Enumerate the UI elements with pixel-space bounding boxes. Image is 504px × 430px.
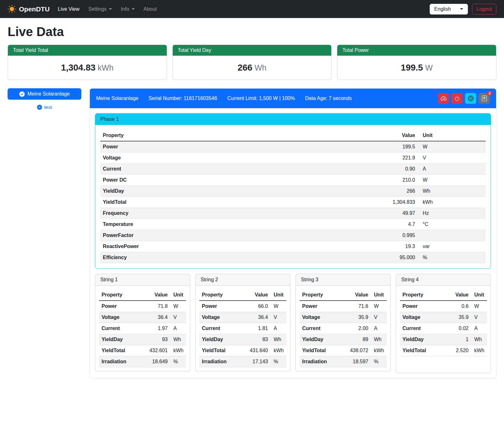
table-row: Irradiation 18.649 % <box>99 356 186 367</box>
table-row: Current 1.81 A <box>199 323 286 334</box>
table-row: Power DC 210.0 W <box>100 175 486 186</box>
table-row: Power 66.0 W <box>199 301 286 312</box>
row-property: Current <box>400 323 443 334</box>
row-property: Voltage <box>199 312 239 323</box>
table-row: YieldDay 83 Wh <box>199 334 286 345</box>
stat-card-unit: W <box>425 63 433 72</box>
row-unit: % <box>418 252 486 263</box>
stat-card-total-yield-total: Total Yield Total 1,304.83kWh <box>8 45 167 80</box>
row-property: Voltage <box>400 312 443 323</box>
row-unit: V <box>170 312 186 323</box>
table-row: PowerFactor 0.995 <box>100 230 486 241</box>
row-unit: Wh <box>371 334 387 345</box>
inverter-actions: 2 <box>438 93 490 104</box>
row-unit: V <box>271 312 286 323</box>
row-value: 19.3 <box>290 241 418 252</box>
cpu-icon <box>468 96 474 101</box>
row-property: Voltage <box>99 312 139 323</box>
column-header-unit: Unit <box>371 290 387 301</box>
row-unit: °C <box>418 219 486 230</box>
row-unit: A <box>418 164 486 175</box>
page-content: Live Data Total Yield Total 1,304.83kWh … <box>0 25 504 385</box>
row-value: 89 <box>339 334 371 345</box>
stat-card-unit: Wh <box>255 63 267 72</box>
row-property: Current <box>100 164 290 175</box>
inverter-name: Meine Solaranlage <box>96 96 138 101</box>
chevron-down-icon <box>460 8 463 10</box>
limit-settings-button[interactable] <box>438 93 449 104</box>
row-value: 210.0 <box>290 175 418 186</box>
table-row: Temperature 4.7 °C <box>100 219 486 230</box>
stat-card-total-power: Total Power 199.5W <box>337 45 496 80</box>
table-row: Irradiation 18.597 % <box>300 356 387 367</box>
row-property: Current <box>300 323 339 334</box>
row-value: 49.97 <box>290 208 418 219</box>
row-value: 0.90 <box>290 164 418 175</box>
table-row: Voltage 35.9 V <box>300 312 387 323</box>
sun-icon <box>8 5 16 13</box>
table-row: Current 0.90 A <box>100 164 486 175</box>
inverter-limit: Current Limit: 1,500 W | 100% <box>227 96 295 101</box>
x-circle-icon <box>37 105 42 110</box>
row-value: 1 <box>443 334 471 345</box>
navbar: OpenDTU Live View Settings Info About En… <box>0 0 504 18</box>
nav-item-about[interactable]: About <box>139 4 161 15</box>
column-header-unit: Unit <box>471 290 487 301</box>
content-row: Meine Solaranlage test Meine Solaranlage… <box>8 88 496 378</box>
inverter-select-button[interactable]: Meine Solaranlage <box>8 88 81 100</box>
row-property: Power <box>99 301 139 312</box>
event-log-button[interactable]: 2 <box>479 93 490 104</box>
inverter-serial: Serial Number: 116171603546 <box>148 96 217 101</box>
row-value: 71.6 <box>339 301 371 312</box>
row-value: 266 <box>290 186 418 197</box>
inverter-panel: Meine Solaranlage Serial Number: 1161716… <box>90 88 496 378</box>
row-property: YieldTotal <box>99 345 139 356</box>
brand-link[interactable]: OpenDTU <box>8 5 50 13</box>
row-value: 18.597 <box>339 356 371 367</box>
event-count-badge: 2 <box>487 91 492 96</box>
table-row: Voltage 221.9 V <box>100 153 486 164</box>
row-value: 432.601 <box>139 345 170 356</box>
column-header-property: Property <box>199 290 239 301</box>
nav-item-settings[interactable]: Settings <box>84 4 116 15</box>
table-row: Voltage 36.4 V <box>199 312 286 323</box>
row-property: YieldTotal <box>400 345 443 356</box>
stat-card-value: 199.5 <box>401 63 423 72</box>
row-value: 17.143 <box>239 356 271 367</box>
table-row: YieldDay 266 Wh <box>100 186 486 197</box>
language-select[interactable]: English <box>430 4 468 15</box>
table-row: YieldTotal 1,304.833 kWh <box>100 197 486 208</box>
row-property: YieldDay <box>400 334 443 345</box>
test-inverter-link[interactable]: test <box>8 104 81 110</box>
brand-name: OpenDTU <box>19 5 50 13</box>
row-unit: kWh <box>371 345 387 356</box>
row-value: 0.995 <box>290 230 418 241</box>
nav-item-info[interactable]: Info <box>116 4 139 15</box>
row-property: Irradiation <box>99 356 139 367</box>
row-value: 95.000 <box>290 252 418 263</box>
column-header-property: Property <box>100 130 290 141</box>
row-property: Irradiation <box>300 356 339 367</box>
row-value: 66.0 <box>239 301 271 312</box>
row-value: 431.640 <box>239 345 271 356</box>
table-header-row: Property Value Unit <box>300 290 387 301</box>
logout-button[interactable]: Logout <box>472 4 496 15</box>
row-property: ReactivePower <box>100 241 290 252</box>
row-property: Power <box>199 301 239 312</box>
string-table: Property Value Unit Power <box>300 290 387 367</box>
string-table: Property Value Unit Power <box>400 290 487 356</box>
table-row: YieldDay 93 Wh <box>99 334 186 345</box>
row-unit: W <box>418 175 486 186</box>
column-header-value: Value <box>443 290 471 301</box>
stat-card-value: 266 <box>238 63 252 72</box>
device-info-button[interactable] <box>465 93 476 104</box>
table-row: ReactivePower 19.3 var <box>100 241 486 252</box>
row-unit <box>418 230 486 241</box>
nav-item-live-view[interactable]: Live View <box>53 4 84 15</box>
stat-card-total-yield-day: Total Yield Day 266Wh <box>172 45 332 80</box>
row-unit: A <box>170 323 186 334</box>
sidebar: Meine Solaranlage test <box>8 88 81 110</box>
power-control-button[interactable] <box>451 93 463 104</box>
phase-title: Phase 1 <box>95 114 491 125</box>
table-row: YieldDay 1 Wh <box>400 334 487 345</box>
